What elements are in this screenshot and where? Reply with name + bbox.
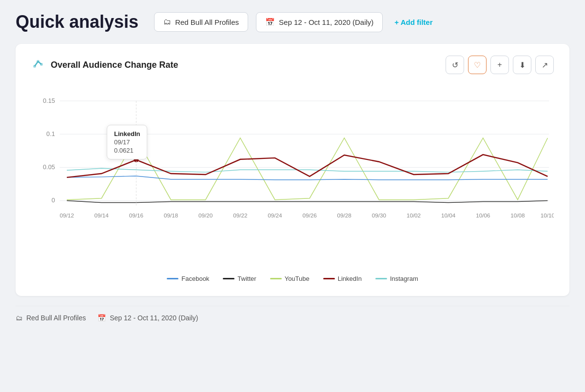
page-title: Quick analysis xyxy=(16,12,138,32)
svg-point-0 xyxy=(33,65,36,68)
chart-icon xyxy=(31,58,45,72)
heart-icon: ♡ xyxy=(474,60,481,70)
legend-facebook: Facebook xyxy=(167,275,209,282)
svg-text:09/22: 09/22 xyxy=(233,212,247,218)
chart-area: LinkedIn 09/17 0.0621 0.15 0.1 0.05 0 09… xyxy=(31,82,554,267)
youtube-legend-line xyxy=(270,278,282,279)
date-filter-button[interactable]: 📅 Sep 12 - Oct 11, 2020 (Daily) xyxy=(256,12,383,32)
svg-text:0.15: 0.15 xyxy=(43,98,55,104)
instagram-legend-line xyxy=(375,278,387,279)
chart-card: Overall Audience Change Rate ↺ ♡ + ⬇ ↗ xyxy=(16,44,569,296)
export-icon: ↗ xyxy=(542,60,548,70)
svg-text:09/14: 09/14 xyxy=(95,212,109,218)
legend-linkedin: LinkedIn xyxy=(323,275,362,282)
chart-svg: 0.15 0.1 0.05 0 09/12 09/14 09/16 09/18 … xyxy=(31,82,554,267)
svg-text:0.05: 0.05 xyxy=(43,164,55,171)
export-button[interactable]: ↗ xyxy=(535,56,554,74)
footer-calendar-icon: 📅 xyxy=(98,314,106,322)
card-title-group: Overall Audience Change Rate xyxy=(31,58,178,72)
favorite-button[interactable]: ♡ xyxy=(468,56,487,74)
download-button[interactable]: ⬇ xyxy=(513,56,531,74)
youtube-legend-label: YouTube xyxy=(285,275,310,282)
refresh-icon: ↺ xyxy=(452,60,458,70)
instagram-legend-label: Instagram xyxy=(390,275,418,282)
legend-twitter: Twitter xyxy=(223,275,256,282)
twitter-legend-label: Twitter xyxy=(237,275,256,282)
date-filter-label: Sep 12 - Oct 11, 2020 (Daily) xyxy=(279,18,373,26)
svg-text:10/08: 10/08 xyxy=(510,212,525,218)
twitter-legend-line xyxy=(223,278,234,279)
svg-text:0: 0 xyxy=(52,197,55,204)
svg-text:10/04: 10/04 xyxy=(441,212,456,218)
footer: 🗂 Red Bull All Profiles 📅 Sep 12 - Oct 1… xyxy=(16,306,569,322)
legend-instagram: Instagram xyxy=(375,275,418,282)
card-header: Overall Audience Change Rate ↺ ♡ + ⬇ ↗ xyxy=(31,56,554,74)
refresh-button[interactable]: ↺ xyxy=(446,56,464,74)
svg-text:09/20: 09/20 xyxy=(198,212,213,218)
svg-text:09/28: 09/28 xyxy=(337,212,351,218)
svg-point-1 xyxy=(37,60,39,63)
profile-filter-label: Red Bull All Profiles xyxy=(175,18,239,26)
svg-text:09/16: 09/16 xyxy=(129,212,143,218)
svg-text:09/26: 09/26 xyxy=(302,212,316,218)
svg-text:09/24: 09/24 xyxy=(268,212,282,218)
svg-text:09/12: 09/12 xyxy=(59,212,74,218)
svg-point-2 xyxy=(40,63,43,66)
facebook-legend-label: Facebook xyxy=(181,275,209,282)
legend-youtube: YouTube xyxy=(270,275,310,282)
linkedin-legend-line xyxy=(323,278,335,279)
footer-folder-icon: 🗂 xyxy=(16,314,22,322)
chart-legend: Facebook Twitter YouTube LinkedIn Instag… xyxy=(31,275,554,282)
footer-date: 📅 Sep 12 - Oct 11, 2020 (Daily) xyxy=(98,314,198,322)
svg-text:10/06: 10/06 xyxy=(476,212,490,218)
footer-profile: 🗂 Red Bull All Profiles xyxy=(16,314,86,322)
calendar-icon: 📅 xyxy=(265,18,275,27)
download-icon: ⬇ xyxy=(519,60,526,70)
add-filter-button[interactable]: + Add filter xyxy=(394,18,432,26)
facebook-legend-line xyxy=(167,278,178,279)
svg-text:09/18: 09/18 xyxy=(164,212,178,218)
card-title: Overall Audience Change Rate xyxy=(51,60,178,70)
svg-text:0.1: 0.1 xyxy=(46,131,55,137)
plus-icon: + xyxy=(497,60,502,69)
profile-filter-button[interactable]: 🗂 Red Bull All Profiles xyxy=(154,12,248,32)
footer-date-label: Sep 12 - Oct 11, 2020 (Daily) xyxy=(110,314,198,322)
card-actions: ↺ ♡ + ⬇ ↗ xyxy=(446,56,554,74)
footer-profile-label: Red Bull All Profiles xyxy=(26,314,86,322)
svg-text:10/02: 10/02 xyxy=(407,212,421,218)
svg-text:09/30: 09/30 xyxy=(372,212,387,218)
linkedin-legend-label: LinkedIn xyxy=(338,275,362,282)
add-button[interactable]: + xyxy=(490,56,509,74)
svg-text:10/10: 10/10 xyxy=(541,212,554,218)
folder-icon: 🗂 xyxy=(163,18,171,26)
